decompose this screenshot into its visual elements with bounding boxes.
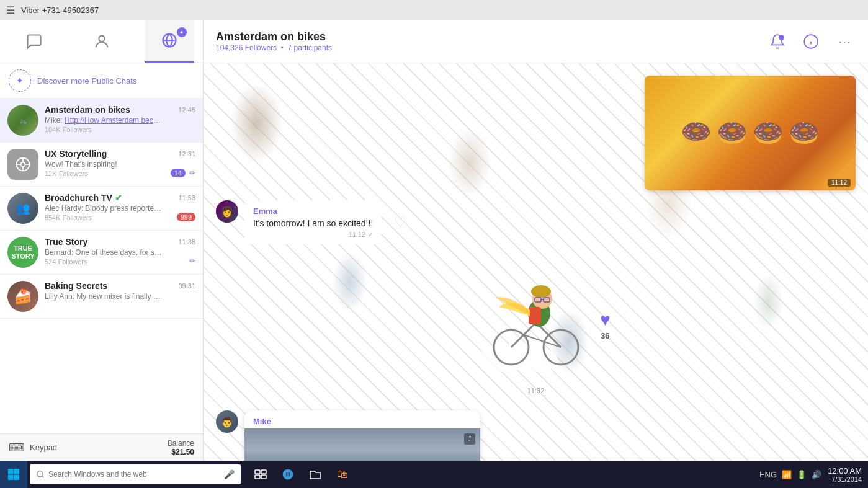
- app-title: Viber +731-49502367: [21, 6, 99, 15]
- chat-info-broadchurch: Broadchurch TV ✔ 11:53 Alec Hardy: Blood…: [45, 193, 195, 221]
- tab-contacts[interactable]: [77, 20, 127, 63]
- balance-amount: $21.50: [168, 448, 194, 456]
- sidebar-tabs: ●: [0, 20, 203, 63]
- edit-icon-truestory: ✏: [189, 257, 195, 265]
- search-input[interactable]: [48, 470, 220, 479]
- notification-button[interactable]: [766, 30, 789, 53]
- svg-rect-28: [14, 469, 20, 474]
- search-bar[interactable]: 🎤: [30, 464, 241, 484]
- badge-broadchurch: 999: [177, 213, 195, 221]
- file-explorer-button[interactable]: [303, 461, 328, 488]
- amsterdam-image: 🚲🚲🚲 ⤴: [244, 428, 480, 461]
- badge-ux: 14: [171, 169, 186, 177]
- chat-preview-amsterdam: Mike: Http://How Amsterdam became the bi…: [45, 116, 163, 125]
- search-icon: [36, 470, 45, 479]
- svg-rect-26: [529, 307, 541, 324]
- chat-header-info: Amsterdam on bikes 104,326 Followers • 7…: [216, 30, 332, 52]
- volume-icon: 🔊: [812, 470, 821, 479]
- taskbar-time: 12:00 AM: [828, 466, 862, 476]
- chat-followers-ux: 12K Followers: [45, 170, 88, 177]
- hamburger-menu[interactable]: ☰: [6, 4, 15, 16]
- chat-time-baking: 09:31: [178, 282, 195, 290]
- avatar-baking: 🍰: [7, 281, 38, 312]
- msg-row-mike: 👨 Mike 🚲🚲🚲: [216, 410, 856, 461]
- chat-followers-amsterdam: 104K Followers: [45, 126, 195, 133]
- chat-followers-count: 104,326 Followers: [216, 43, 277, 52]
- avatar-truestory: TRUESTORY: [7, 237, 38, 268]
- chat-preview-broadchurch: Alec Hardy: Bloody press reporters. Elli…: [45, 204, 163, 213]
- verified-icon: ✔: [115, 193, 122, 203]
- sticker-heart[interactable]: ♥: [600, 310, 611, 330]
- chat-preview-truestory: Bernard: One of these days, for sure 😜: [45, 248, 163, 257]
- avatar-emma: 👩: [216, 200, 238, 223]
- battery-icon: 🔋: [797, 470, 807, 479]
- chat-info-ux: UX Storytelling 12:31 Wow! That's inspir…: [45, 149, 195, 177]
- keypad-label: Keypad: [30, 443, 57, 452]
- chat-time-amsterdam: 12:45: [178, 106, 195, 113]
- svg-rect-36: [261, 475, 266, 479]
- chat-info-baking: Baking Secrets 09:31 Lilly Ann: My new m…: [45, 281, 195, 301]
- start-button[interactable]: [0, 461, 27, 488]
- svg-rect-27: [8, 469, 14, 474]
- svg-line-32: [42, 476, 44, 478]
- msg-tick-emma: ✓: [368, 231, 373, 238]
- chat-item-baking[interactable]: 🍰 Baking Secrets 09:31 Lilly Ann: My new…: [0, 275, 203, 319]
- discover-bar[interactable]: ✦ Discover more Public Chats: [0, 63, 203, 99]
- sidebar-bottom: ⌨ Keypad Balance $21.50: [0, 433, 203, 461]
- more-options-button[interactable]: ⋯: [833, 30, 856, 53]
- msg-time-emma: 11:12: [349, 231, 366, 238]
- discover-icon: ✦: [9, 69, 31, 92]
- taskbar: 🎤 🛍 ENG 📶 🔋: [0, 461, 868, 488]
- chat-name-broadchurch: Broadchurch TV ✔: [45, 193, 122, 203]
- chat-info-amsterdam: Amsterdam on bikes 12:45 Mike: Http://Ho…: [45, 105, 195, 133]
- balance-section: Balance $21.50: [168, 439, 194, 456]
- tab-public-chats[interactable]: ●: [145, 20, 194, 63]
- avatar-mike: 👨: [216, 410, 238, 433]
- svg-point-22: [531, 285, 551, 298]
- msg-bubble-emma: Emma It's tomorrow! I am so excited!!! 1…: [244, 200, 382, 244]
- chat-time-ux: 12:31: [178, 150, 195, 157]
- svg-rect-30: [14, 475, 20, 481]
- keypad-section[interactable]: ⌨ Keypad: [9, 441, 57, 455]
- taskbar-date: 7/31/2014: [828, 476, 862, 483]
- info-button[interactable]: [800, 30, 822, 53]
- chat-title: Amsterdam on bikes: [216, 30, 332, 43]
- svg-point-8: [779, 35, 784, 40]
- avatar-ux: [7, 149, 38, 180]
- tab-chats[interactable]: [9, 20, 59, 63]
- task-view-button[interactable]: [248, 461, 273, 488]
- chat-item-ux[interactable]: UX Storytelling 12:31 Wow! That's inspir…: [0, 143, 203, 187]
- chat-header: Amsterdam on bikes 104,326 Followers • 7…: [204, 20, 868, 63]
- chat-time-truestory: 11:38: [178, 238, 195, 246]
- edge-browser-button[interactable]: [275, 461, 300, 488]
- avatar-broadchurch: 👥: [7, 193, 38, 224]
- chat-item-truestory[interactable]: TRUESTORY True Story 11:38 Bernard: One …: [0, 231, 203, 275]
- chat-name-ux: UX Storytelling: [45, 149, 107, 159]
- chat-preview-ux: Wow! That's inspiring!: [45, 160, 163, 169]
- svg-point-0: [99, 35, 104, 41]
- share-icon[interactable]: ⤴: [464, 433, 475, 445]
- chat-name-baking: Baking Secrets: [45, 281, 107, 291]
- msg-sender-emma: Emma: [253, 206, 373, 216]
- balance-label: Balance: [168, 439, 194, 448]
- like-button-emma[interactable]: ♡: [394, 215, 406, 231]
- msg-sticker: ♥ 36 11:32: [468, 260, 604, 394]
- title-bar: ☰ Viber +731-49502367: [0, 0, 868, 20]
- sticker-like-count: 36: [601, 331, 609, 340]
- store-button[interactable]: 🛍: [330, 461, 355, 488]
- sticker-time: 11:32: [468, 387, 604, 394]
- svg-rect-29: [8, 475, 14, 481]
- chat-info-truestory: True Story 11:38 Bernard: One of these d…: [45, 237, 195, 265]
- system-icons: ENG 📶 🔋 🔊: [759, 470, 821, 479]
- chat-item-broadchurch[interactable]: 👥 Broadchurch TV ✔ 11:53 Alec Hardy: Blo…: [0, 187, 203, 231]
- sidebar: ● ✦ Discover more Public Chats 🚲 Amsterd…: [0, 20, 204, 461]
- chat-name-truestory: True Story: [45, 237, 87, 247]
- svg-rect-34: [261, 470, 266, 474]
- network-icon: 📶: [782, 470, 792, 479]
- taskbar-right: ENG 📶 🔋 🔊 12:00 AM 7/31/2014: [759, 466, 868, 483]
- svg-point-14: [514, 347, 558, 372]
- chat-list: 🚲 Amsterdam on bikes 12:45 Mike: Http://…: [0, 99, 203, 433]
- chat-item-amsterdam[interactable]: 🚲 Amsterdam on bikes 12:45 Mike: Http://…: [0, 99, 203, 143]
- mic-icon[interactable]: 🎤: [224, 469, 235, 479]
- avatar-amsterdam: 🚲: [7, 105, 38, 136]
